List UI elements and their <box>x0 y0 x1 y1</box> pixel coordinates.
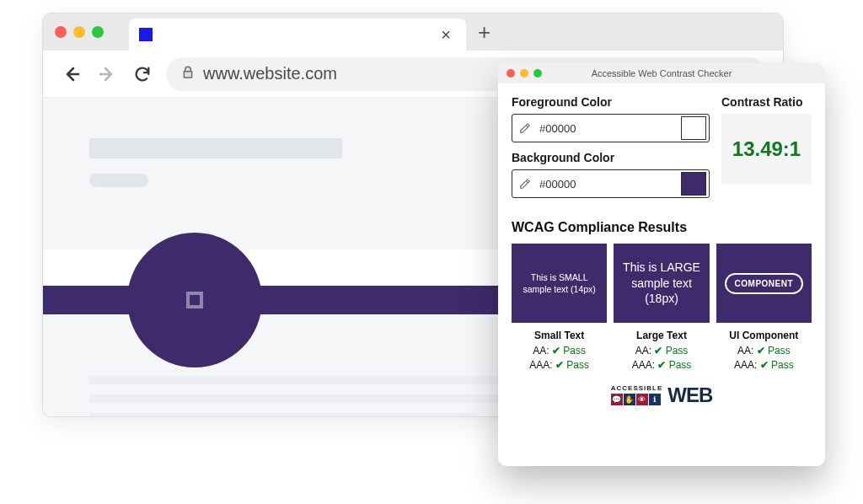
arrow-right-icon <box>97 64 117 84</box>
logo-accessible-text: ACCESSIBLE <box>611 385 663 392</box>
skeleton-circle <box>127 233 262 367</box>
eyedropper-button[interactable] <box>512 170 538 197</box>
check-icon: ✔ <box>654 345 662 357</box>
skeleton-line <box>89 413 478 417</box>
browser-tabbar: × + <box>43 13 783 51</box>
checker-body: Foreground Color Background Color <box>498 83 825 412</box>
foreground-swatch[interactable] <box>681 116 706 140</box>
background-input[interactable] <box>538 170 681 197</box>
maximize-window-icon[interactable] <box>92 26 104 38</box>
ratio-value: 13.49:1 <box>732 137 801 161</box>
background-group: Background Color <box>512 151 710 198</box>
square-icon <box>186 292 203 308</box>
eye-icon: 👁 <box>636 394 648 405</box>
results-header: WCAG Compliance Results <box>512 220 812 235</box>
tab-favicon-icon <box>139 28 153 41</box>
background-swatch[interactable] <box>681 172 706 196</box>
color-inputs: Foreground Color Background Color <box>512 95 710 206</box>
back-button[interactable] <box>60 62 83 86</box>
tile-label: Large Text <box>614 330 709 341</box>
aa-row: AA: ✔ Pass <box>512 345 607 357</box>
logo-web-text: WEB <box>667 385 712 405</box>
browser-tab[interactable]: × <box>129 19 466 51</box>
minimize-window-icon[interactable] <box>73 26 85 38</box>
person-icon: ℹ <box>649 394 661 405</box>
background-label: Background Color <box>512 151 710 164</box>
checker-window-title: Accessible Web Contrast Checker <box>498 68 825 78</box>
ratio-box: 13.49:1 <box>721 114 812 185</box>
tile-label: Small Text <box>512 330 607 341</box>
result-tile-large: This is LARGE sample text (18px) Large T… <box>614 244 709 373</box>
forward-button[interactable] <box>95 62 119 86</box>
results-row: This is SMALL sample text (14px) Small T… <box>512 244 812 373</box>
new-tab-button[interactable]: + <box>478 19 490 46</box>
close-tab-icon[interactable]: × <box>436 25 456 45</box>
ratio-label: Contrast Ratio <box>721 95 812 109</box>
sample-large-text: This is LARGE sample text (18px) <box>614 244 709 323</box>
skeleton-pill <box>89 174 148 187</box>
sample-component: COMPONENT <box>716 244 812 323</box>
logo-icons: 💬 ✋ 👁 ℹ <box>611 394 663 405</box>
result-tile-small: This is SMALL sample text (14px) Small T… <box>512 244 607 373</box>
component-pill: COMPONENT <box>725 273 804 294</box>
reload-button[interactable] <box>131 62 154 86</box>
background-field <box>512 169 710 198</box>
foreground-group: Foreground Color <box>512 95 710 142</box>
foreground-field <box>512 114 710 142</box>
tile-label: UI Component <box>716 330 812 341</box>
check-icon: ✔ <box>552 345 560 357</box>
check-icon: ✔ <box>555 359 564 371</box>
accessible-web-logo: ACCESSIBLE 💬 ✋ 👁 ℹ WEB <box>512 385 812 405</box>
foreground-label: Foreground Color <box>512 95 710 109</box>
hand-icon: ✋ <box>624 394 635 405</box>
window-traffic-lights <box>55 26 104 38</box>
url-text: www.website.com <box>203 64 337 83</box>
eyedropper-icon <box>519 178 531 190</box>
aa-row: AA: ✔ Pass <box>614 345 709 357</box>
checker-top-row: Foreground Color Background Color <box>512 95 812 206</box>
eyedropper-button[interactable] <box>512 115 538 142</box>
aaa-row: AAA: ✔ Pass <box>716 359 812 371</box>
arrow-left-icon <box>62 64 82 84</box>
lock-icon <box>181 64 195 83</box>
speech-icon: 💬 <box>611 394 623 405</box>
ratio-block: Contrast Ratio 13.49:1 <box>721 95 812 206</box>
foreground-input[interactable] <box>538 115 681 142</box>
contrast-checker-window: Accessible Web Contrast Checker Foregrou… <box>498 63 825 466</box>
eyedropper-icon <box>519 122 531 134</box>
checker-titlebar: Accessible Web Contrast Checker <box>498 63 825 83</box>
aa-row: AA: ✔ Pass <box>716 345 812 357</box>
skeleton-heading <box>89 138 342 158</box>
check-icon: ✔ <box>657 359 666 371</box>
reload-icon <box>133 65 152 83</box>
check-icon: ✔ <box>757 345 765 357</box>
logo-left: ACCESSIBLE 💬 ✋ 👁 ℹ <box>611 385 663 405</box>
close-window-icon[interactable] <box>55 26 67 38</box>
aaa-row: AAA: ✔ Pass <box>512 359 607 371</box>
aaa-row: AAA: ✔ Pass <box>614 359 709 371</box>
result-tile-component: COMPONENT UI Component AA: ✔ Pass AAA: ✔… <box>716 244 812 373</box>
sample-small-text: This is SMALL sample text (14px) <box>512 244 607 323</box>
check-icon: ✔ <box>760 359 769 371</box>
